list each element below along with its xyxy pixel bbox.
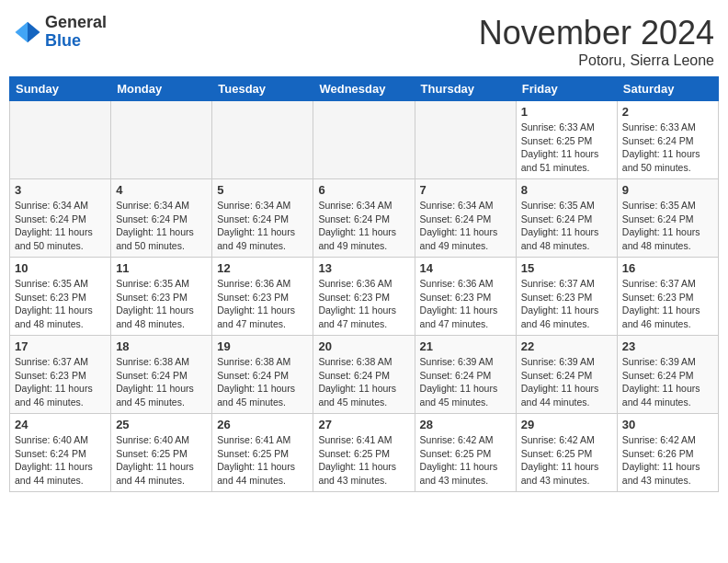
calendar-cell: 15Sunrise: 6:37 AM Sunset: 6:23 PM Dayli… — [516, 258, 617, 336]
location: Potoru, Sierra Leone — [479, 52, 714, 69]
calendar-cell: 25Sunrise: 6:40 AM Sunset: 6:25 PM Dayli… — [111, 414, 212, 492]
calendar-cell: 30Sunrise: 6:42 AM Sunset: 6:26 PM Dayli… — [617, 414, 718, 492]
calendar-cell — [10, 101, 111, 179]
header-row: SundayMondayTuesdayWednesdayThursdayFrid… — [10, 77, 719, 101]
day-number: 22 — [521, 339, 612, 353]
col-header-thursday: Thursday — [415, 77, 516, 101]
day-info: Sunrise: 6:37 AM Sunset: 6:23 PM Dayligh… — [622, 277, 713, 331]
calendar-row-3: 10Sunrise: 6:35 AM Sunset: 6:23 PM Dayli… — [10, 258, 719, 336]
calendar-cell: 22Sunrise: 6:39 AM Sunset: 6:24 PM Dayli… — [516, 336, 617, 414]
calendar-cell: 13Sunrise: 6:36 AM Sunset: 6:23 PM Dayli… — [313, 258, 415, 336]
col-header-saturday: Saturday — [617, 77, 718, 101]
day-number: 19 — [217, 339, 308, 353]
logo-blue: Blue — [45, 32, 107, 51]
svg-marker-0 — [28, 22, 40, 43]
day-number: 30 — [622, 418, 713, 431]
day-number: 11 — [116, 261, 207, 275]
logo-general: General — [45, 14, 107, 32]
day-info: Sunrise: 6:35 AM Sunset: 6:24 PM Dayligh… — [622, 199, 713, 253]
calendar-row-5: 24Sunrise: 6:40 AM Sunset: 6:24 PM Dayli… — [10, 414, 719, 492]
calendar-cell: 23Sunrise: 6:39 AM Sunset: 6:24 PM Dayli… — [617, 336, 718, 414]
day-number: 23 — [622, 339, 713, 353]
calendar-cell: 24Sunrise: 6:40 AM Sunset: 6:24 PM Dayli… — [10, 414, 111, 492]
day-number: 13 — [318, 261, 409, 275]
calendar-cell: 12Sunrise: 6:36 AM Sunset: 6:23 PM Dayli… — [212, 258, 313, 336]
day-number: 18 — [116, 339, 207, 353]
calendar-cell: 19Sunrise: 6:38 AM Sunset: 6:24 PM Dayli… — [212, 336, 313, 414]
day-number: 26 — [217, 418, 308, 431]
calendar-cell: 17Sunrise: 6:37 AM Sunset: 6:23 PM Dayli… — [10, 336, 111, 414]
calendar-cell — [212, 101, 313, 179]
day-number: 7 — [420, 183, 511, 197]
day-info: Sunrise: 6:34 AM Sunset: 6:24 PM Dayligh… — [116, 199, 207, 253]
day-info: Sunrise: 6:37 AM Sunset: 6:23 PM Dayligh… — [521, 277, 612, 331]
day-info: Sunrise: 6:34 AM Sunset: 6:24 PM Dayligh… — [217, 199, 308, 253]
day-info: Sunrise: 6:42 AM Sunset: 6:25 PM Dayligh… — [521, 433, 612, 488]
col-header-sunday: Sunday — [10, 77, 111, 101]
day-info: Sunrise: 6:37 AM Sunset: 6:23 PM Dayligh… — [15, 355, 106, 409]
calendar-cell — [313, 101, 415, 179]
day-number: 9 — [622, 183, 713, 197]
calendar-cell: 18Sunrise: 6:38 AM Sunset: 6:24 PM Dayli… — [111, 336, 212, 414]
calendar-cell — [111, 101, 212, 179]
day-info: Sunrise: 6:36 AM Sunset: 6:23 PM Dayligh… — [217, 277, 308, 331]
day-info: Sunrise: 6:42 AM Sunset: 6:25 PM Dayligh… — [420, 433, 511, 488]
day-info: Sunrise: 6:40 AM Sunset: 6:24 PM Dayligh… — [15, 433, 106, 488]
day-number: 20 — [318, 339, 409, 353]
calendar-row-4: 17Sunrise: 6:37 AM Sunset: 6:23 PM Dayli… — [10, 336, 719, 414]
day-number: 28 — [420, 418, 511, 431]
day-info: Sunrise: 6:38 AM Sunset: 6:24 PM Dayligh… — [318, 355, 409, 409]
day-info: Sunrise: 6:38 AM Sunset: 6:24 PM Dayligh… — [217, 355, 308, 409]
day-info: Sunrise: 6:36 AM Sunset: 6:23 PM Dayligh… — [318, 277, 409, 331]
day-info: Sunrise: 6:33 AM Sunset: 6:25 PM Dayligh… — [521, 121, 612, 175]
col-header-friday: Friday — [516, 77, 617, 101]
calendar-cell: 29Sunrise: 6:42 AM Sunset: 6:25 PM Dayli… — [516, 414, 617, 492]
day-info: Sunrise: 6:38 AM Sunset: 6:24 PM Dayligh… — [116, 355, 207, 409]
calendar-cell: 26Sunrise: 6:41 AM Sunset: 6:25 PM Dayli… — [212, 414, 313, 492]
day-number: 29 — [521, 418, 612, 431]
calendar-cell: 2Sunrise: 6:33 AM Sunset: 6:24 PM Daylig… — [617, 101, 718, 179]
day-info: Sunrise: 6:34 AM Sunset: 6:24 PM Dayligh… — [318, 199, 409, 253]
day-number: 27 — [318, 418, 409, 431]
day-number: 1 — [521, 105, 612, 119]
day-number: 4 — [116, 183, 207, 197]
day-number: 2 — [622, 105, 713, 119]
calendar-table: SundayMondayTuesdayWednesdayThursdayFrid… — [9, 76, 719, 492]
logo-icon — [14, 18, 41, 46]
calendar-cell: 21Sunrise: 6:39 AM Sunset: 6:24 PM Dayli… — [415, 336, 516, 414]
calendar-cell: 14Sunrise: 6:36 AM Sunset: 6:23 PM Dayli… — [415, 258, 516, 336]
logo-text: General Blue — [45, 14, 107, 51]
calendar-cell: 20Sunrise: 6:38 AM Sunset: 6:24 PM Dayli… — [313, 336, 415, 414]
calendar-cell: 8Sunrise: 6:35 AM Sunset: 6:24 PM Daylig… — [516, 179, 617, 258]
day-number: 15 — [521, 261, 612, 275]
calendar-cell: 3Sunrise: 6:34 AM Sunset: 6:24 PM Daylig… — [10, 179, 111, 258]
col-header-wednesday: Wednesday — [313, 77, 415, 101]
col-header-tuesday: Tuesday — [212, 77, 313, 101]
calendar-cell: 6Sunrise: 6:34 AM Sunset: 6:24 PM Daylig… — [313, 179, 415, 258]
day-info: Sunrise: 6:35 AM Sunset: 6:23 PM Dayligh… — [15, 277, 106, 331]
calendar-row-1: 1Sunrise: 6:33 AM Sunset: 6:25 PM Daylig… — [10, 101, 719, 179]
day-number: 16 — [622, 261, 713, 275]
day-number: 17 — [15, 339, 106, 353]
day-info: Sunrise: 6:39 AM Sunset: 6:24 PM Dayligh… — [622, 355, 713, 409]
day-info: Sunrise: 6:41 AM Sunset: 6:25 PM Dayligh… — [318, 433, 409, 488]
day-number: 3 — [15, 183, 106, 197]
col-header-monday: Monday — [111, 77, 212, 101]
calendar-cell: 11Sunrise: 6:35 AM Sunset: 6:23 PM Dayli… — [111, 258, 212, 336]
calendar-cell: 7Sunrise: 6:34 AM Sunset: 6:24 PM Daylig… — [415, 179, 516, 258]
day-info: Sunrise: 6:34 AM Sunset: 6:24 PM Dayligh… — [420, 199, 511, 253]
calendar-cell: 10Sunrise: 6:35 AM Sunset: 6:23 PM Dayli… — [10, 258, 111, 336]
day-info: Sunrise: 6:42 AM Sunset: 6:26 PM Dayligh… — [622, 433, 713, 488]
day-number: 6 — [318, 183, 409, 197]
day-number: 21 — [420, 339, 511, 353]
month-title: November 2024 — [479, 14, 714, 52]
day-info: Sunrise: 6:39 AM Sunset: 6:24 PM Dayligh… — [420, 355, 511, 409]
day-info: Sunrise: 6:41 AM Sunset: 6:25 PM Dayligh… — [217, 433, 308, 488]
calendar-row-2: 3Sunrise: 6:34 AM Sunset: 6:24 PM Daylig… — [10, 179, 719, 258]
day-info: Sunrise: 6:35 AM Sunset: 6:24 PM Dayligh… — [521, 199, 612, 253]
day-info: Sunrise: 6:39 AM Sunset: 6:24 PM Dayligh… — [521, 355, 612, 409]
calendar-cell: 28Sunrise: 6:42 AM Sunset: 6:25 PM Dayli… — [415, 414, 516, 492]
day-number: 14 — [420, 261, 511, 275]
calendar-cell: 5Sunrise: 6:34 AM Sunset: 6:24 PM Daylig… — [212, 179, 313, 258]
day-number: 8 — [521, 183, 612, 197]
